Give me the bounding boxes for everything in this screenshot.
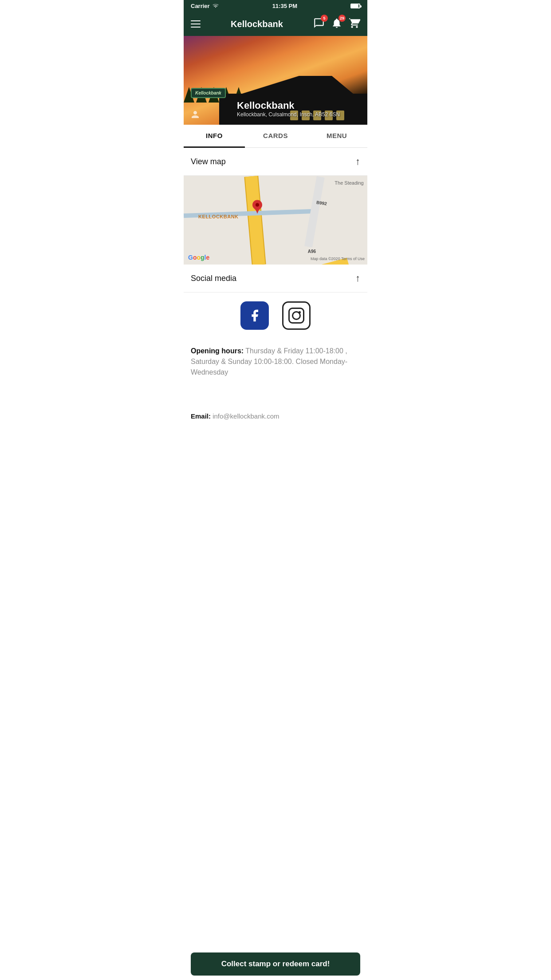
map-label-steading: The Steading	[335, 180, 363, 186]
status-left: Carrier	[191, 3, 219, 9]
social-media-arrow-icon: ↑	[355, 273, 360, 284]
wifi-icon	[212, 3, 219, 9]
info-section: Opening hours: Thursday & Friday 11:00-1…	[184, 339, 367, 409]
social-media-row[interactable]: Social media ↑	[184, 265, 367, 292]
instagram-icon	[288, 308, 304, 324]
notifications-badge: 29	[338, 15, 346, 22]
messages-badge: 5	[321, 15, 328, 22]
battery-icon	[350, 4, 360, 8]
header-left	[191, 20, 201, 28]
map-view[interactable]: KELLOCKBANK B992 The Steading A96 Google…	[184, 176, 367, 265]
hero-user-icon	[191, 110, 200, 121]
email-label: Email:	[191, 412, 211, 420]
tab-cards[interactable]: CARDS	[245, 125, 306, 147]
time-display: 11:35 PM	[219, 3, 350, 9]
map-pin	[252, 200, 262, 214]
tab-info[interactable]: INFO	[184, 125, 245, 148]
opening-hours: Opening hours: Thursday & Friday 11:00-1…	[191, 346, 360, 378]
facebook-button[interactable]	[240, 301, 269, 330]
map-label-kellockbank: KELLOCKBANK	[198, 214, 238, 219]
map-background	[184, 176, 367, 265]
carrier-label: Carrier	[191, 3, 210, 9]
messages-button[interactable]: 5	[313, 17, 325, 31]
cart-button[interactable]	[349, 17, 360, 31]
map-label-a: A96	[308, 249, 316, 254]
status-right	[350, 4, 360, 8]
view-map-arrow-icon: ↑	[355, 156, 360, 167]
tab-bar: INFO CARDS MENU	[184, 125, 367, 148]
hero-address: Kellockbank, Culsalmond, Insch, AB52 6SN	[237, 111, 340, 118]
status-bar: Carrier 11:35 PM	[184, 0, 367, 12]
header-right: 5 29	[313, 17, 360, 31]
opening-hours-label: Opening hours:	[191, 347, 244, 355]
hero-info: Kellockbank Kellockbank, Culsalmond, Ins…	[237, 100, 340, 118]
hero-logo: Kellockbank	[191, 88, 226, 98]
hero-venue-name: Kellockbank	[237, 100, 340, 111]
instagram-button[interactable]	[282, 301, 311, 330]
view-map-label: View map	[191, 157, 226, 166]
hamburger-menu-button[interactable]	[191, 20, 201, 28]
header-title: Kellockbank	[201, 19, 313, 29]
hero-banner: Kellockbank Kellockbank Kellockbank, Cul…	[184, 36, 367, 125]
email-value: info@kellockbank.com	[213, 412, 279, 420]
view-map-row[interactable]: View map ↑	[184, 148, 367, 176]
tab-menu[interactable]: MENU	[306, 125, 367, 147]
map-copyright: Map data ©2020 Terms of Use	[311, 257, 365, 261]
email-row: Email: info@kellockbank.com	[184, 409, 367, 455]
social-icons	[184, 292, 367, 339]
app-header: Kellockbank 5 29	[184, 12, 367, 36]
notifications-button[interactable]: 29	[331, 17, 342, 31]
google-logo: Google	[188, 254, 209, 261]
social-media-label: Social media	[191, 274, 236, 283]
